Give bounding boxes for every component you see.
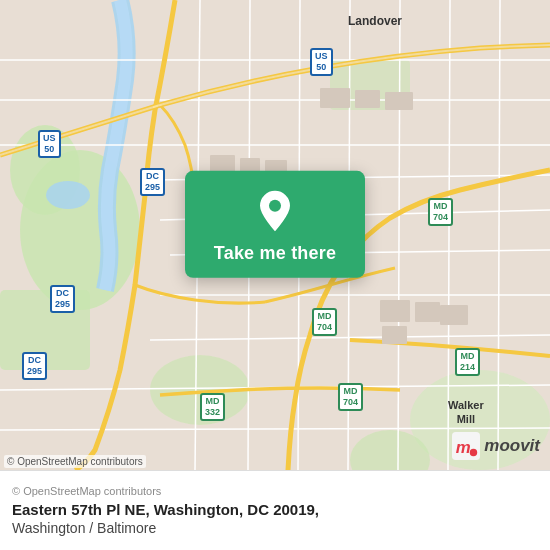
osm-copyright: © OpenStreetMap contributors [4,455,146,468]
svg-text:m: m [456,438,471,457]
svg-rect-36 [440,305,468,325]
svg-point-8 [46,181,90,209]
place-label-landover: Landover [348,14,402,28]
road-badge-us50-top: US50 [310,48,333,76]
app: US50 US50 DC295 DC295 DC295 MD704 MD704 … [0,0,550,550]
svg-rect-31 [320,88,350,108]
region-text: Washington / Baltimore [12,520,538,536]
road-badge-md332: MD332 [200,393,225,421]
road-badge-md704-mid: MD704 [312,308,337,336]
info-bar: © OpenStreetMap contributors Eastern 57t… [0,470,550,550]
road-badge-md704-bot: MD704 [338,383,363,411]
road-badge-md214: MD214 [455,348,480,376]
svg-rect-32 [355,90,380,108]
take-me-there-button-label: Take me there [214,243,336,264]
svg-rect-33 [385,92,413,110]
svg-rect-34 [380,300,410,322]
svg-point-41 [470,449,477,456]
road-badge-dc295-bot: DC295 [50,285,75,313]
take-me-there-card[interactable]: Take me there [185,171,365,278]
moovit-logo: m moovit [452,432,540,460]
moovit-brand-text: moovit [484,436,540,456]
place-label-walker-mill: WalkerMill [448,398,484,427]
location-pin-icon [253,189,297,233]
address-text: Eastern 57th Pl NE, Washington, DC 20019… [12,501,538,518]
svg-rect-37 [382,326,407,344]
road-badge-md704-right: MD704 [428,198,453,226]
svg-rect-35 [415,302,440,322]
svg-point-38 [269,200,281,212]
road-badge-dc295-bot2: DC295 [22,352,47,380]
map-container: US50 US50 DC295 DC295 DC295 MD704 MD704 … [0,0,550,470]
copyright-text: © OpenStreetMap contributors [12,485,538,497]
road-badge-dc295-mid: DC295 [140,168,165,196]
road-badge-us50-left: US50 [38,130,61,158]
